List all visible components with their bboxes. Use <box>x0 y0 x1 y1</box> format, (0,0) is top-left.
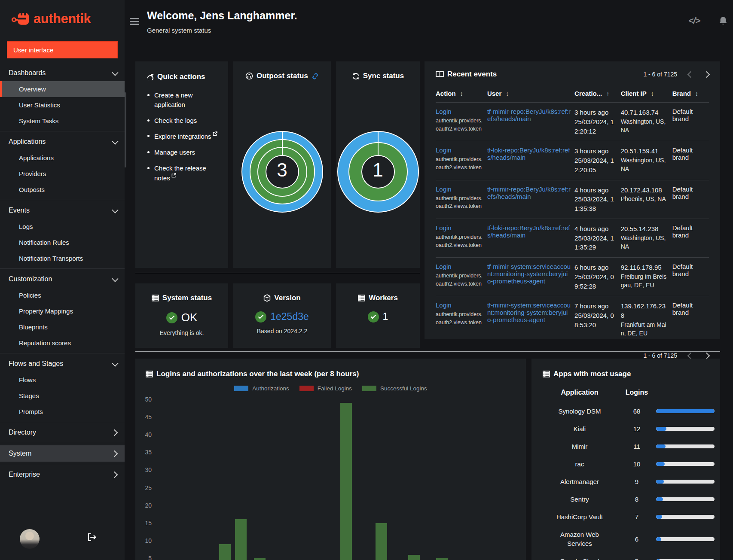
nav-head-system[interactable]: System <box>0 445 125 462</box>
qa-explore-integrations-link[interactable]: Explore integrations <box>147 131 223 141</box>
sidebar-item-providers[interactable]: Providers <box>0 166 125 182</box>
workers-card: Workers 1 <box>336 283 420 348</box>
event-user-link[interactable]: tf-mimir-system:serviceaccount:monitorin… <box>487 263 571 285</box>
chart-bar <box>436 558 448 560</box>
pagination-prev-icon[interactable] <box>687 71 694 78</box>
system-status-note: Everything is ok. <box>160 329 204 336</box>
book-icon <box>436 71 444 78</box>
apps-usage-table: Application Logins Synology DSM 68 Kiali… <box>542 389 710 560</box>
sidebar-item-logs[interactable]: Logs <box>0 219 125 234</box>
column-header-brand[interactable]: Brand↕ <box>672 85 709 103</box>
app-name: Sentry <box>542 490 617 508</box>
qa-manage-users-link[interactable]: Manage users <box>147 148 223 157</box>
qa-check-logs-link[interactable]: Check the logs <box>147 116 223 125</box>
event-row: Loginauthentik.providers.oauth2.views.to… <box>436 103 709 141</box>
pagination-next-icon[interactable] <box>703 71 710 78</box>
sign-out-icon[interactable] <box>87 533 97 542</box>
chevron-down-icon <box>112 207 119 213</box>
sidebar-item-system-tasks[interactable]: System Tasks <box>0 113 125 129</box>
event-action-link[interactable]: Login <box>436 224 452 231</box>
recent-events-table: Action↕ User↕ Creatio...↑ Client IP↕ Bra… <box>436 85 709 343</box>
legend-swatch-blue <box>234 386 248 391</box>
sidebar-item-policies[interactable]: Policies <box>0 287 125 303</box>
nav-head-customization[interactable]: Customization <box>0 271 125 287</box>
recent-events-title: Recent events <box>436 70 497 79</box>
chart-plot-area <box>158 399 514 560</box>
nav-head-dashboards[interactable]: Dashboards <box>0 65 125 81</box>
sidebar-item-property-mappings[interactable]: Property Mappings <box>0 303 125 319</box>
sidebar-item-outposts[interactable]: Outposts <box>0 182 125 198</box>
nav-head-applications[interactable]: Applications <box>0 134 125 150</box>
sidebar-item-reputation-scores[interactable]: Reputation scores <box>0 335 125 351</box>
logo-text: authentik <box>34 11 91 27</box>
user-interface-button[interactable]: User interface <box>7 41 118 58</box>
system-status-value: OK <box>181 311 198 324</box>
event-user-link[interactable]: tf-mimir-system:serviceaccount:monitorin… <box>487 301 571 323</box>
version-link[interactable]: 1e25d3e <box>270 311 309 323</box>
usage-progress-bar <box>656 462 715 466</box>
chevron-right-icon <box>111 450 118 457</box>
usage-progress-bar <box>656 480 715 484</box>
nav-head-events[interactable]: Events <box>0 202 125 219</box>
event-action-link[interactable]: Login <box>436 301 452 309</box>
app-logins: 7 <box>621 508 653 526</box>
event-user-link[interactable]: tf-loki-repo:BeryJu/k8s:ref:refs/heads/m… <box>487 146 570 161</box>
chevron-down-icon <box>112 275 119 282</box>
nav-head-enterprise[interactable]: Enterprise <box>0 466 125 483</box>
sort-icon: ↕ <box>651 90 654 97</box>
legend-swatch-red <box>299 386 314 391</box>
event-user-link[interactable]: tf-mimir-repo:BeryJu/k8s:ref:refs/heads/… <box>487 108 571 122</box>
pagination-prev-icon[interactable] <box>687 353 694 359</box>
sidebar-item-user-statistics[interactable]: User Statistics <box>0 97 125 113</box>
external-link-icon <box>171 173 176 178</box>
nav-head-directory[interactable]: Directory <box>0 424 125 441</box>
event-user-link[interactable]: tf-mimir-repo:BeryJu/k8s:ref:refs/heads/… <box>487 186 571 200</box>
pagination-next-icon[interactable] <box>703 353 710 359</box>
event-action-link[interactable]: Login <box>436 108 452 115</box>
sidebar-item-blueprints[interactable]: Blueprints <box>0 319 125 335</box>
outpost-icon <box>245 72 253 80</box>
link-icon[interactable] <box>312 73 319 80</box>
quick-actions-list: Create a new application Check the logs … <box>147 91 228 183</box>
event-row: Loginauthentik.providers.oauth2.views.to… <box>436 219 709 257</box>
sidebar-item-notification-transports[interactable]: Notification Transports <box>0 250 125 266</box>
sidebar-item-flows[interactable]: Flows <box>0 372 125 388</box>
y-tick-label: 10 <box>145 537 152 544</box>
event-action-link[interactable]: Login <box>436 146 452 154</box>
events-pagination-top: 1 - 6 of 7125 <box>643 71 709 78</box>
sidebar-item-notification-rules[interactable]: Notification Rules <box>0 234 125 250</box>
usage-progress-bar <box>656 444 715 448</box>
nav-head-flows-stages[interactable]: Flows and Stages <box>0 356 125 372</box>
avatar[interactable] <box>20 529 40 549</box>
event-user-link[interactable]: tf-loki-repo:BeryJu/k8s:ref:refs/heads/m… <box>487 224 570 239</box>
sidebar-item-prompts[interactable]: Prompts <box>0 404 125 420</box>
qa-create-application-link[interactable]: Create a new application <box>147 91 223 110</box>
event-action-link[interactable]: Login <box>436 186 452 193</box>
api-code-icon[interactable]: </> <box>688 15 700 26</box>
sidebar-item-stages[interactable]: Stages <box>0 388 125 404</box>
sync-donut-chart: 1 <box>337 131 419 213</box>
chart-bar <box>408 555 420 560</box>
sidebar-user-row <box>0 519 125 560</box>
sidebar-item-applications[interactable]: Applications <box>0 150 125 166</box>
page-title: Welcome, Jens Langhammer. <box>147 9 297 22</box>
app-name: Kiali <box>542 420 617 438</box>
column-header-client-ip[interactable]: Client IP↕ <box>621 85 672 103</box>
event-row: Loginauthentik.providers.oauth2.views.to… <box>436 258 709 296</box>
donut-segment-divider <box>378 131 379 155</box>
notifications-bell-icon[interactable] <box>718 16 728 27</box>
sidebar-item-overview[interactable]: Overview <box>0 81 125 97</box>
event-row: Loginauthentik.providers.oauth2.views.to… <box>436 180 709 219</box>
column-header-creation[interactable]: Creatio...↑ <box>574 85 621 103</box>
pagination-label: 1 - 6 of 7125 <box>643 71 677 78</box>
column-header-user[interactable]: User↕ <box>487 85 574 103</box>
logins-chart-card: Logins and authorizations over the last … <box>135 359 526 560</box>
y-tick-label: 50 <box>145 396 152 403</box>
quick-actions-card: Quick actions Create a new application C… <box>135 61 228 268</box>
system-status-title: System status <box>152 294 212 302</box>
authentik-logo-icon <box>11 10 30 27</box>
hamburger-menu-icon[interactable] <box>130 18 139 26</box>
column-header-action[interactable]: Action↕ <box>436 85 487 103</box>
qa-release-notes-link[interactable]: Check the release notes <box>147 164 223 183</box>
event-action-link[interactable]: Login <box>436 263 452 270</box>
